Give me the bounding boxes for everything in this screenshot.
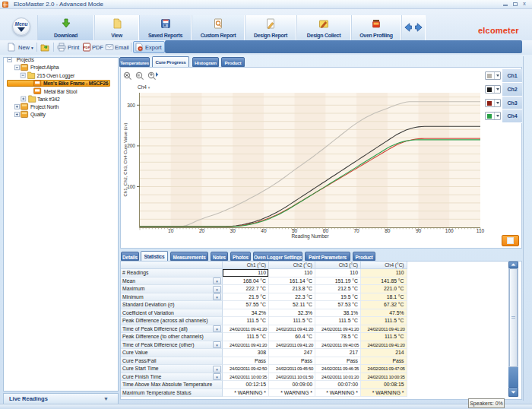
svg-text:50: 50	[292, 228, 298, 233]
svg-text:40: 40	[261, 228, 267, 233]
svg-text:20: 20	[199, 228, 205, 233]
svg-text:Reading Number: Reading Number	[291, 233, 329, 239]
svg-text:200: 200	[127, 143, 135, 148]
svg-text:110: 110	[477, 228, 485, 233]
svg-text:60: 60	[323, 228, 329, 233]
svg-text:80: 80	[385, 228, 391, 233]
svg-text:300: 300	[127, 103, 135, 108]
svg-text:100: 100	[445, 228, 454, 233]
svg-text:100: 100	[127, 184, 135, 189]
svg-text:30: 30	[230, 228, 236, 233]
svg-text:70: 70	[353, 228, 359, 233]
svg-text:10: 10	[168, 228, 174, 233]
svg-text:Ch1, Ch2, Ch3, Ch4 Cure Value: Ch1, Ch2, Ch3, Ch4 Cure Value (cv)	[123, 123, 128, 197]
svg-text:90: 90	[416, 228, 422, 233]
svg-text:PDF: PDF	[84, 46, 90, 49]
